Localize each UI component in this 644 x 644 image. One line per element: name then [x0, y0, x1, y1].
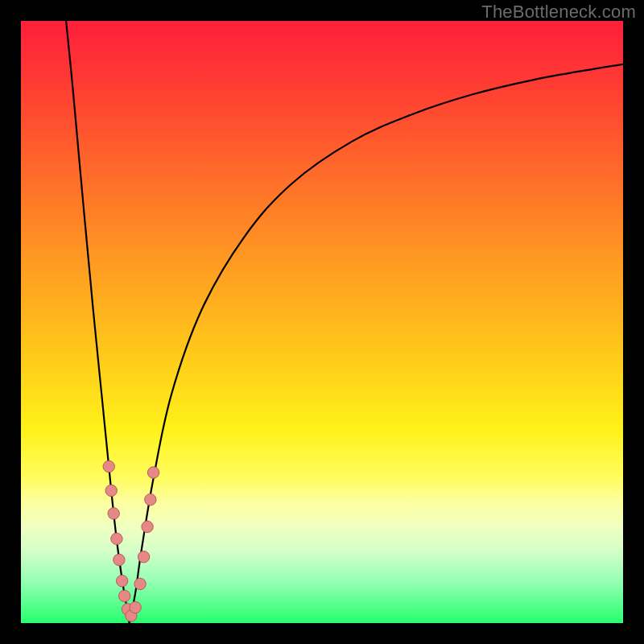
- bead-point: [111, 533, 122, 544]
- curve-left-branch: [66, 21, 130, 623]
- bead-point: [147, 467, 159, 478]
- bead-point: [108, 508, 119, 519]
- curve-right-branch: [130, 64, 623, 623]
- bead-point: [118, 590, 130, 601]
- bead-point: [142, 521, 153, 532]
- bead-point: [134, 578, 146, 589]
- bead-point: [116, 575, 127, 586]
- chart-frame: TheBottleneck.com: [0, 0, 644, 644]
- watermark-text: TheBottleneck.com: [481, 2, 636, 23]
- plot-area: [21, 21, 623, 623]
- bead-point: [103, 460, 114, 472]
- curve-layer: [21, 21, 623, 623]
- bead-point: [145, 493, 156, 505]
- bead-group: [103, 460, 159, 621]
- bead-point: [105, 485, 117, 496]
- bead-point: [130, 601, 141, 613]
- bead-point: [138, 551, 149, 563]
- bead-point: [114, 554, 125, 565]
